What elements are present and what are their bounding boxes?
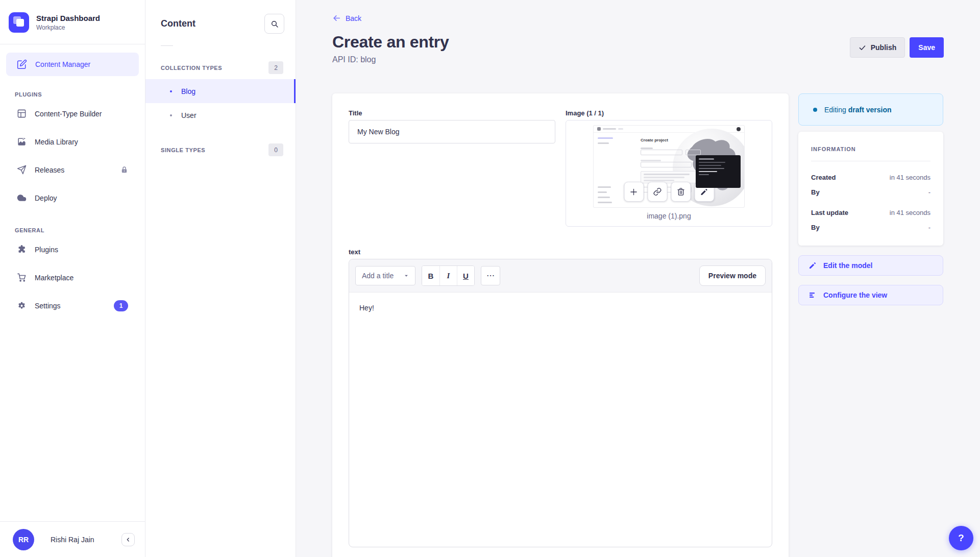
workspace-brand: Strapi Dashboard Workplace — [0, 0, 145, 44]
plugins-section-label: PLUGINS — [15, 91, 130, 98]
underline-button[interactable]: U — [457, 266, 474, 285]
cart-icon — [17, 273, 27, 282]
pen-icon — [17, 59, 27, 69]
sidebar-item-content-type-builder[interactable]: Content-Type Builder — [6, 100, 139, 128]
search-icon — [271, 20, 279, 28]
user-avatar[interactable]: RR — [13, 529, 34, 550]
info-row-created-by: By - — [811, 188, 930, 196]
editor-content[interactable]: Hey! — [349, 293, 772, 529]
rich-text-editor: Add a title B I U ⋯ Preview mode — [349, 259, 772, 547]
sidebar-item-settings[interactable]: Settings 1 — [6, 292, 139, 320]
list-bars-icon — [808, 291, 817, 299]
subnav-title: Content — [161, 18, 195, 29]
information-card: INFORMATION Created in 41 seconds By - L… — [798, 132, 943, 246]
edit-model-button[interactable]: Edit the model — [798, 255, 943, 276]
status-dot-icon — [813, 108, 817, 112]
sidebar-item-plugins[interactable]: Plugins — [6, 235, 139, 263]
sidebar-item-label: Settings — [35, 302, 61, 310]
subnav-item-label: Blog — [181, 87, 195, 95]
layout-icon — [17, 109, 27, 118]
plus-icon — [629, 187, 639, 197]
sidebar-item-deploy[interactable]: Deploy — [6, 184, 139, 212]
sidebar-item-label: Content Manager — [35, 60, 90, 68]
image-field-label: Image (1 / 1) — [566, 109, 772, 117]
publish-button[interactable]: Publish — [850, 37, 905, 58]
sidebar-item-marketplace[interactable]: Marketplace — [6, 263, 139, 292]
gear-icon — [17, 301, 27, 310]
strapi-logo-icon — [9, 12, 29, 33]
text-field-label: text — [349, 248, 772, 256]
copy-link-button[interactable] — [647, 182, 667, 202]
sidebar-item-label: Media Library — [35, 138, 78, 146]
image-field: Image (1 / 1) — [566, 109, 772, 227]
pencil-icon — [700, 188, 708, 196]
chevron-down-icon — [404, 273, 409, 278]
subnav-item-blog[interactable]: Blog — [145, 79, 296, 103]
information-title: INFORMATION — [811, 146, 930, 152]
text-field: text Add a title B I U — [349, 248, 772, 547]
entry-side-panel: Editing draft version INFORMATION Create… — [798, 93, 943, 305]
add-asset-button[interactable] — [624, 182, 644, 202]
thumb-logo-icon — [597, 127, 601, 131]
draft-status-banner: Editing draft version — [798, 93, 943, 126]
delete-asset-button[interactable] — [671, 182, 691, 202]
image-filename: image (1).png — [647, 212, 691, 220]
subnav-item-user[interactable]: User — [145, 103, 296, 127]
italic-button[interactable]: I — [439, 266, 457, 285]
preview-mode-button[interactable]: Preview mode — [699, 265, 766, 286]
workspace-title: Strapi Dashboard — [36, 14, 100, 23]
back-label: Back — [346, 14, 361, 22]
sidebar-item-releases[interactable]: Releases — [6, 156, 139, 184]
workspace-subtitle: Workplace — [36, 24, 100, 31]
title-field: Title — [349, 109, 555, 227]
link-icon — [653, 187, 662, 196]
user-name: Rishi Raj Jain — [44, 536, 111, 544]
search-button[interactable] — [264, 14, 284, 34]
collection-types-count-badge: 2 — [268, 61, 283, 74]
puzzle-icon — [17, 245, 27, 254]
sidebar-item-label: Plugins — [35, 246, 58, 254]
heading-select[interactable]: Add a title — [355, 266, 415, 285]
sidebar-item-media-library[interactable]: Media Library — [6, 128, 139, 156]
header-actions: Publish Save — [850, 37, 944, 58]
main-navigation: Content Manager PLUGINS Content-Type Bui… — [0, 44, 145, 521]
heading-select-value: Add a title — [362, 272, 394, 280]
settings-notification-badge: 1 — [114, 300, 128, 311]
sidebar-item-label: Content-Type Builder — [35, 110, 102, 118]
divider — [161, 45, 173, 46]
single-types-label: SINGLE TYPES — [161, 147, 205, 153]
editor-toolbar: Add a title B I U ⋯ Preview mode — [349, 259, 772, 293]
info-row-last-update: Last update in 41 seconds — [811, 209, 930, 216]
info-row-created: Created in 41 seconds — [811, 174, 930, 181]
trash-icon — [676, 187, 685, 196]
help-button[interactable]: ? — [949, 526, 973, 550]
image-asset-card[interactable]: Create project — [566, 120, 772, 227]
entry-form-card: Title Image (1 / 1) — [332, 93, 789, 557]
format-button-group: B I U — [422, 265, 475, 286]
check-icon — [859, 44, 866, 52]
bold-button[interactable]: B — [422, 266, 439, 285]
single-types-count-badge: 0 — [268, 143, 283, 156]
lock-icon — [120, 166, 128, 174]
main-content: Back Create an entry API ID: blog Publis… — [296, 0, 980, 557]
save-button[interactable]: Save — [910, 37, 944, 58]
configure-view-button[interactable]: Configure the view — [798, 285, 943, 305]
title-field-label: Title — [349, 109, 555, 117]
paper-plane-icon — [17, 165, 27, 175]
sidebar-collapse-button[interactable] — [121, 533, 135, 546]
title-input[interactable] — [349, 120, 555, 143]
sidebar-item-label: Marketplace — [35, 274, 74, 282]
sidebar-item-label: Deploy — [35, 194, 57, 202]
sidebar-item-label: Releases — [35, 166, 64, 174]
bullet-icon — [170, 90, 172, 92]
bullet-icon — [170, 114, 172, 116]
more-formats-button[interactable]: ⋯ — [481, 266, 500, 285]
back-link[interactable]: Back — [332, 14, 361, 22]
sidebar-item-content-manager[interactable]: Content Manager — [6, 53, 139, 76]
info-row-updated-by: By - — [811, 224, 930, 231]
collection-types-label: COLLECTION TYPES — [161, 65, 222, 71]
thumb-heading: Create project — [641, 138, 707, 142]
draft-status-text: Editing draft version — [824, 106, 892, 114]
divider — [811, 161, 930, 161]
main-sidebar: Strapi Dashboard Workplace Content Manag… — [0, 0, 145, 557]
